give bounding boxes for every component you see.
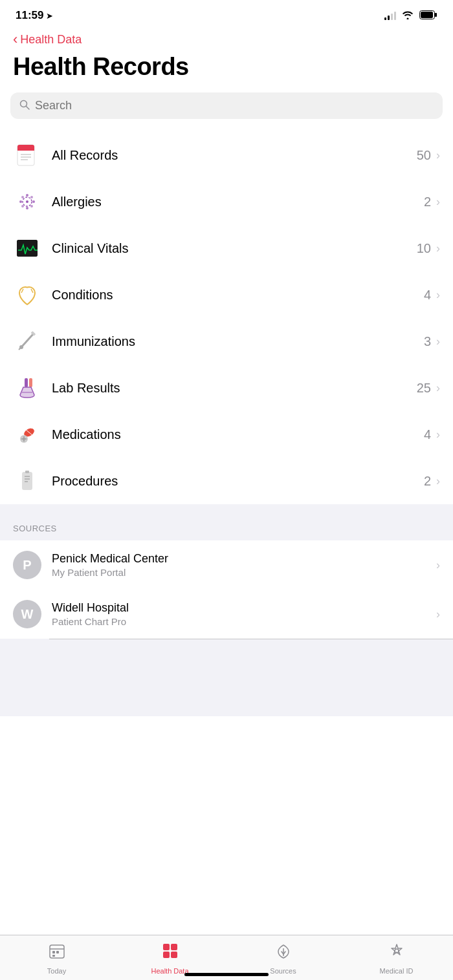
tab-health-data[interactable]: Health Data [144, 942, 196, 975]
svg-rect-7 [17, 149, 34, 151]
svg-rect-30 [29, 378, 32, 387]
all-records-chevron: › [436, 149, 440, 162]
medications-icon [13, 420, 41, 449]
list-item-immunizations[interactable]: Immunizations 3 › [0, 318, 453, 365]
penick-chevron: › [436, 559, 440, 572]
today-tab-label: Today [47, 967, 66, 975]
lab-results-icon [13, 374, 41, 402]
svg-rect-2 [421, 12, 433, 18]
widell-sub: Patient Chart Pro [52, 616, 436, 627]
home-indicator [184, 973, 269, 976]
signal-bars [384, 11, 396, 20]
svg-line-28 [19, 347, 21, 350]
svg-line-4 [27, 106, 30, 109]
status-icons [384, 10, 437, 21]
svg-rect-50 [163, 952, 170, 958]
allergies-chevron: › [436, 195, 440, 209]
widell-chevron: › [436, 608, 440, 621]
location-icon: ➤ [46, 11, 53, 21]
page-title: Health Records [13, 53, 440, 81]
svg-point-17 [26, 194, 28, 197]
immunizations-icon [13, 327, 41, 356]
medical-id-tab-label: Medical ID [380, 967, 414, 975]
procedures-label: Procedures [52, 474, 424, 489]
tab-today[interactable]: Today [31, 942, 83, 975]
list-item-clinical-vitals[interactable]: Clinical Vitals 10 › [0, 225, 453, 272]
tab-sources[interactable]: Sources [258, 942, 309, 975]
svg-rect-51 [171, 952, 177, 958]
sources-tab-label: Sources [270, 967, 296, 975]
svg-rect-42 [25, 471, 29, 473]
clinical-vitals-chevron: › [436, 242, 440, 255]
back-button[interactable]: ‹ Health Data [13, 32, 82, 47]
conditions-icon [13, 281, 41, 309]
sources-list: P Penick Medical Center My Patient Porta… [0, 540, 453, 639]
svg-point-16 [30, 205, 33, 208]
svg-point-13 [21, 196, 24, 198]
lab-results-label: Lab Results [52, 381, 417, 396]
battery-icon [419, 10, 437, 21]
records-list: All Records 50 › Allergies 2 › [0, 132, 453, 504]
search-container [0, 92, 453, 132]
list-item-allergies[interactable]: Allergies 2 › [0, 178, 453, 225]
svg-point-14 [30, 196, 33, 198]
nav-back: ‹ Health Data [0, 27, 453, 49]
all-records-icon [13, 141, 41, 169]
back-label: Health Data [20, 33, 82, 47]
immunizations-count: 3 [424, 334, 431, 349]
allergies-label: Allergies [52, 195, 424, 209]
clinical-vitals-count: 10 [417, 241, 431, 256]
penick-sub: My Patient Portal [52, 567, 436, 578]
svg-rect-48 [163, 944, 170, 950]
health-data-tab-icon [161, 942, 179, 964]
search-input[interactable] [35, 99, 434, 112]
procedures-icon [13, 467, 41, 495]
list-item-all-records[interactable]: All Records 50 › [0, 132, 453, 178]
svg-line-25 [21, 334, 33, 347]
list-item-procedures[interactable]: Procedures 2 › [0, 458, 453, 504]
widell-name: Widell Hospital [52, 601, 436, 615]
medical-id-tab-icon [388, 942, 406, 964]
svg-rect-38 [22, 472, 32, 490]
list-item-lab-results[interactable]: Lab Results 25 › [0, 365, 453, 411]
tab-medical-id[interactable]: Medical ID [371, 942, 423, 975]
conditions-label: Conditions [52, 288, 424, 303]
status-bar: 11:59 ➤ [0, 0, 453, 27]
chevron-left-icon: ‹ [13, 32, 17, 47]
bottom-spacer [0, 639, 453, 716]
all-records-label: All Records [52, 148, 417, 163]
svg-rect-1 [435, 13, 437, 17]
svg-point-18 [26, 207, 28, 209]
lab-results-chevron: › [436, 381, 440, 395]
today-tab-icon [48, 942, 66, 964]
clinical-vitals-label: Clinical Vitals [52, 241, 417, 256]
conditions-count: 4 [424, 288, 431, 303]
svg-rect-45 [52, 951, 55, 953]
conditions-chevron: › [436, 288, 440, 302]
list-item-medications[interactable]: Medications 4 › [0, 411, 453, 458]
medications-chevron: › [436, 428, 440, 442]
search-bar[interactable] [10, 92, 443, 119]
svg-point-19 [19, 200, 22, 203]
sources-header: SOURCES [0, 504, 453, 540]
immunizations-label: Immunizations [52, 334, 424, 349]
medications-count: 4 [424, 427, 431, 442]
sources-tab-icon [274, 942, 293, 964]
svg-point-20 [32, 200, 35, 203]
widell-avatar: W [13, 600, 41, 628]
svg-rect-49 [171, 944, 177, 950]
penick-name: Penick Medical Center [52, 552, 436, 566]
wifi-icon [401, 10, 414, 21]
source-item-penick[interactable]: P Penick Medical Center My Patient Porta… [0, 540, 453, 590]
medications-label: Medications [52, 427, 424, 442]
procedures-count: 2 [424, 474, 431, 489]
source-item-widell[interactable]: W Widell Hospital Patient Chart Pro › [0, 590, 453, 639]
penick-avatar: P [13, 551, 41, 579]
svg-line-24 [31, 289, 33, 293]
list-item-conditions[interactable]: Conditions 4 › [0, 272, 453, 318]
svg-rect-29 [25, 378, 28, 387]
sources-header-label: SOURCES [13, 524, 57, 533]
clinical-vitals-icon [13, 234, 41, 262]
svg-point-15 [21, 205, 24, 208]
svg-rect-47 [52, 955, 55, 957]
